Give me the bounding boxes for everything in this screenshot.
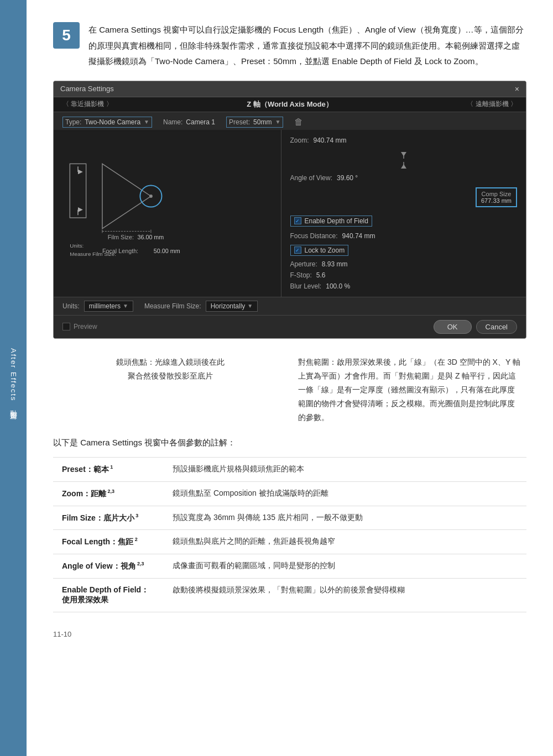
dialog-main-area: Film Size: 36.00 mm Focal Length: 50.00 …	[54, 130, 526, 297]
step-number: 5	[53, 22, 80, 49]
preset-value: 50mm	[253, 118, 272, 126]
units-label: Units:	[62, 302, 80, 310]
param-table: Preset：範本 1預設攝影機底片規格與鏡頭焦距的範本Zoom：距離 2,3鏡…	[53, 457, 526, 612]
enable-dof-label: Enable Depth of Field	[305, 217, 368, 225]
blur-row: Blur Level: 100.0 %	[290, 282, 518, 290]
annotations: 鏡頭焦點：光線進入鏡頭後在此聚合然後發散投影至底片 對焦範圍：啟用景深效果後，此…	[53, 355, 526, 425]
reset-icon[interactable]: 🗑	[294, 117, 303, 127]
svg-text:Measure Film Size:: Measure Film Size:	[70, 250, 116, 256]
name-field: Name: Camera 1	[163, 118, 215, 126]
focus-dist-value: 940.74 mm	[342, 232, 375, 240]
lock-zoom-label: Lock to Zoom	[305, 246, 345, 254]
type-label: Type:	[65, 118, 81, 126]
param-name: Zoom：距離 2,3	[53, 482, 164, 506]
measure-label: Measure Film Size:	[144, 302, 201, 310]
camera-svg: Film Size: 36.00 mm Focal Length: 50.00 …	[54, 130, 281, 262]
axis-right-label: 〈 遠離攝影機 〉	[467, 99, 517, 109]
aperture-label: Aperture:	[290, 260, 317, 268]
main-content: 5 在 Camera Settings 視窗中可以自行設定攝影機的 Focus …	[27, 0, 553, 756]
param-row: Preset：範本 1預設攝影機底片規格與鏡頭焦距的範本	[53, 458, 526, 482]
dialog-params: Zoom: 940.74 mm Angle of	[281, 130, 526, 297]
dof-checkbox[interactable]: ✓	[294, 217, 301, 224]
blur-value: 100.0 %	[326, 282, 350, 290]
svg-point-5	[149, 195, 153, 198]
annotation-right-text: 對焦範圍：啟用景深效果後，此「線」（在 3D 空間中的 X、Y 軸上實為平面）才…	[298, 358, 520, 422]
focus-dist-label: Focus Distance:	[290, 232, 338, 240]
param-row: Film Size：底片大小 3預設寬度為 36mm 與傳統 135 底片相同，…	[53, 506, 526, 530]
type-value: Two-Node Camera	[85, 118, 140, 126]
svg-rect-0	[54, 131, 281, 261]
svg-text:Film Size:: Film Size:	[108, 234, 134, 240]
preview-row[interactable]: Preview	[62, 323, 97, 330]
param-name: Angle of View：視角 2,3	[53, 554, 164, 579]
param-row: Focal Length：焦距 2鏡頭焦點與底片之間的距離，焦距越長視角越窄	[53, 530, 526, 554]
zoom-row: Zoom: 940.74 mm	[290, 136, 518, 144]
angle-row: Angle of View: 39.60 °	[290, 174, 518, 182]
preset-field[interactable]: Preset: 50mm ▼	[226, 117, 283, 128]
fstop-row: F-Stop: 5.6	[290, 271, 518, 279]
preview-label: Preview	[74, 323, 97, 330]
section-title: 以下是 Camera Settings 視窗中各個參數的註解：	[53, 438, 526, 448]
measure-value: Horizontally	[211, 302, 246, 310]
lock-zoom-checkbox[interactable]: ✓	[294, 246, 301, 254]
param-row: Enable Depth of Field：使用景深效果啟動後將模擬鏡頭景深效果…	[53, 578, 526, 612]
angle-label: Angle of View:	[290, 174, 333, 182]
preset-label: Preset:	[229, 118, 250, 126]
param-name: Preset：範本 1	[53, 458, 164, 482]
fstop-value: 5.6	[316, 271, 326, 279]
param-name: Focal Length：焦距 2	[53, 530, 164, 554]
type-dropdown-icon: ▼	[144, 119, 149, 125]
svg-text:36.00 mm: 36.00 mm	[137, 234, 164, 240]
ok-button[interactable]: OK	[434, 320, 472, 334]
svg-marker-16	[401, 152, 406, 156]
param-desc: 預設寬度為 36mm 與傳統 135 底片相同，一般不做更動	[164, 506, 526, 530]
units-row: Units: millimeters ▼ Measure Film Size: …	[54, 297, 526, 315]
camera-diagram: Film Size: 36.00 mm Focal Length: 50.00 …	[54, 130, 281, 297]
measure-field: Measure Film Size: Horizontally ▼	[144, 301, 258, 312]
units-select[interactable]: millimeters ▼	[84, 301, 133, 312]
enable-dof-row[interactable]: ✓ Enable Depth of Field	[290, 215, 518, 227]
param-row: Angle of View：視角 2,3成像畫面可觀看的範圍區域，同時是變形的控…	[53, 554, 526, 579]
aperture-value: 8.93 mm	[322, 260, 348, 268]
zoom-arrows	[290, 152, 518, 169]
dialog-title-bar: Camera Settings ×	[54, 81, 526, 97]
units-field: Units: millimeters ▼	[62, 301, 133, 312]
annotation-left: 鏡頭焦點：光線進入鏡頭後在此聚合然後發散投影至底片	[59, 355, 281, 425]
param-name: Enable Depth of Field：使用景深效果	[53, 578, 164, 612]
zoom-value: 940.74 mm	[314, 136, 347, 144]
annotation-left-text: 鏡頭焦點：光線進入鏡頭後在此聚合然後發散投影至底片	[116, 358, 225, 380]
focus-dist-row: Focus Distance: 940.74 mm	[290, 232, 518, 240]
param-desc: 成像畫面可觀看的範圍區域，同時是變形的控制	[164, 554, 526, 579]
type-field[interactable]: Type: Two-Node Camera ▼	[62, 117, 152, 128]
aperture-row: Aperture: 8.93 mm	[290, 260, 518, 268]
comp-size-value: 677.33 mm	[481, 197, 512, 204]
sidebar-label: After Effects 動畫篇	[8, 348, 18, 408]
close-icon[interactable]: ×	[515, 85, 519, 93]
fstop-label: F-Stop:	[290, 271, 312, 279]
svg-text:50.00 mm: 50.00 mm	[154, 247, 180, 254]
button-group: OK Cancel	[434, 320, 517, 334]
units-value: millimeters	[89, 302, 121, 310]
cancel-button[interactable]: Cancel	[476, 320, 517, 334]
dialog-footer: Preview OK Cancel	[54, 315, 526, 338]
param-desc: 鏡頭焦點與底片之間的距離，焦距越長視角越窄	[164, 530, 526, 554]
intro-text: 在 Camera Settings 視窗中可以自行設定攝影機的 Focus Le…	[88, 22, 526, 70]
intro-block: 5 在 Camera Settings 視窗中可以自行設定攝影機的 Focus …	[53, 22, 526, 70]
angle-value: 39.60 °	[337, 174, 358, 182]
comp-size-box: Comp Size 677.33 mm	[476, 187, 517, 207]
axis-center-label: Z 軸（World Axis Mode）	[247, 99, 332, 109]
comp-size-label: Comp Size	[481, 191, 512, 197]
param-row: Zoom：距離 2,3鏡頭焦點至 Composition 被拍成滿版時的距離	[53, 482, 526, 506]
name-value: Camera 1	[186, 118, 215, 126]
measure-select[interactable]: Horizontally ▼	[206, 301, 258, 312]
preview-checkbox[interactable]	[62, 323, 70, 330]
param-desc: 啟動後將模擬鏡頭景深效果，「對焦範圍」以外的前後景會變得模糊	[164, 578, 526, 612]
svg-text:Units:: Units:	[70, 242, 84, 248]
param-desc: 鏡頭焦點至 Composition 被拍成滿版時的距離	[164, 482, 526, 506]
svg-marker-18	[401, 164, 406, 169]
preset-dropdown-icon: ▼	[275, 119, 280, 125]
measure-dropdown-icon: ▼	[247, 303, 253, 309]
param-desc: 預設攝影機底片規格與鏡頭焦距的範本	[164, 458, 526, 482]
name-label: Name:	[163, 118, 182, 126]
lock-zoom-row[interactable]: ✓ Lock to Zoom	[290, 244, 518, 256]
